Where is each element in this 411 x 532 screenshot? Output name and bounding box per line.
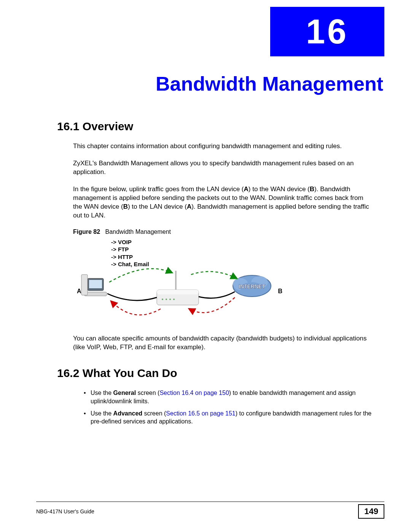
- page-content: 16.1 Overview This chapter contains info…: [57, 120, 373, 430]
- svg-rect-5: [157, 290, 199, 294]
- bold-a: A: [244, 185, 249, 193]
- figure-title: Bandwidth Management: [105, 228, 171, 235]
- svg-rect-2: [84, 292, 107, 296]
- svg-rect-3: [81, 275, 88, 295]
- paragraph: In the figure below, uplink traffic goes…: [73, 185, 373, 220]
- section-heading-whatyoucando: 16.2 What You Can Do: [57, 367, 373, 380]
- paragraph: You can allocate specific amounts of ban…: [73, 334, 373, 352]
- chapter-number: 16: [306, 12, 349, 51]
- page-footer: NBG-417N User's Guide 149: [36, 502, 384, 519]
- text: ) to the WAN device (: [249, 185, 310, 193]
- text: In the figure below, uplink traffic goes…: [73, 185, 244, 193]
- svg-point-10: [173, 299, 175, 300]
- page-number: 149: [358, 504, 384, 519]
- svg-point-8: [166, 299, 167, 300]
- chapter-number-box: 16: [270, 7, 384, 56]
- bandwidth-diagram-svg: INTERNET: [81, 267, 275, 324]
- cross-ref-link[interactable]: Section 16.4 on page 150: [159, 390, 229, 396]
- text: screen (: [136, 390, 159, 396]
- svg-rect-1: [89, 280, 102, 288]
- internet-label: INTERNET: [239, 283, 265, 289]
- list-item: Use the Advanced screen (Section 16.5 on…: [84, 409, 373, 426]
- list-item: Use the General screen (Section 16.4 on …: [84, 389, 373, 405]
- figure-caption: Figure 82 Bandwidth Management: [73, 228, 373, 235]
- paragraph: ZyXEL's Bandwidth Management allows you …: [73, 159, 373, 177]
- bold-b: B: [310, 185, 314, 193]
- footer-guide-name: NBG-417N User's Guide: [36, 508, 94, 514]
- bold: General: [113, 390, 136, 396]
- diagram-label-b: B: [278, 288, 282, 295]
- bold: Advanced: [113, 410, 142, 417]
- text: screen (: [142, 410, 166, 417]
- cross-ref-link[interactable]: Section 16.5 on page 151: [166, 410, 235, 417]
- protocol-list: -> VOIP -> FTP -> HTTP -> Chat, Email: [111, 238, 149, 268]
- section-heading-overview: 16.1 Overview: [57, 120, 373, 133]
- text: Use the: [91, 410, 113, 417]
- figure-diagram: -> VOIP -> FTP -> HTTP -> Chat, Email A …: [73, 238, 286, 326]
- text: ) to the LAN device (: [128, 203, 187, 210]
- svg-point-7: [162, 299, 163, 300]
- bullet-list: Use the General screen (Section 16.4 on …: [84, 389, 373, 425]
- bold-b: B: [123, 203, 128, 210]
- paragraph: This chapter contains information about …: [73, 142, 373, 151]
- svg-point-9: [169, 299, 171, 300]
- text: Use the: [91, 390, 113, 396]
- figure-label: Figure 82: [73, 228, 100, 235]
- chapter-title: Bandwidth Management: [156, 72, 383, 95]
- bold-a: A: [187, 203, 191, 210]
